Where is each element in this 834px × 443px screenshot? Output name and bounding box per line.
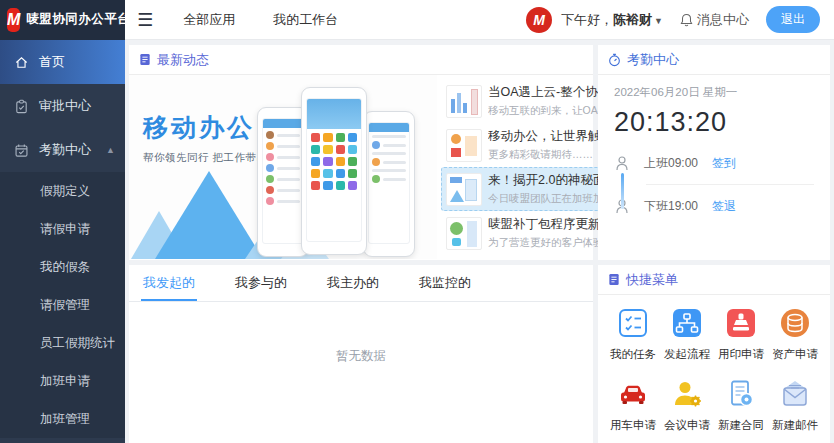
news-panel-title: 最新动态 (157, 51, 209, 69)
clock-out-link[interactable]: 签退 (712, 198, 736, 215)
topbar-right: M 下午好，陈裕财▼ 消息中心 退出 (526, 6, 834, 33)
envelope-icon (779, 378, 811, 410)
chevron-up-icon[interactable]: ▲ (106, 145, 115, 155)
quick-item-label: 用印申请 (718, 347, 764, 362)
timeline-connector (621, 173, 624, 209)
calendar-check-icon (14, 143, 29, 158)
quick-item-seal-application[interactable]: 用印申请 (714, 307, 768, 362)
attendance-clock: 20:13:20 (614, 107, 814, 138)
attendance-panel: 考勤中心 2022年06月20日 星期一 20:13:20 上班09:00 签到… (598, 45, 830, 260)
nav-my-workbench[interactable]: 我的工作台 (273, 11, 338, 29)
attendance-timeline: 上班09:00 签到 下班19:00 签退 (614, 151, 814, 218)
quick-item-label: 用车申请 (610, 418, 656, 433)
stamp-icon (725, 307, 757, 339)
quick-item-new-contract[interactable]: 新建合同 (714, 378, 768, 433)
quick-item-new-mail[interactable]: 新建邮件 (768, 378, 822, 433)
sidebar-subitem-overtime-request[interactable]: 加班申请 (0, 362, 125, 400)
message-center-label: 消息中心 (697, 11, 749, 29)
quick-item-my-tasks[interactable]: 我的任务 (606, 307, 660, 362)
nav-all-apps[interactable]: 全部应用 (183, 11, 235, 29)
chevron-down-icon[interactable]: ▼ (654, 16, 663, 26)
sidebar-item-label: 审批中心 (39, 97, 91, 115)
sidebar-item-attendance-center[interactable]: 考勤中心 ▲ (0, 128, 125, 172)
message-center-link[interactable]: 消息中心 (680, 11, 749, 29)
sidebar: 首页 审批中心 考勤中心 ▲ 假期定义 请假申请 我的假条 请假管理 员工假期统… (0, 40, 125, 443)
logout-button[interactable]: 退出 (766, 6, 820, 33)
quick-item-label: 资产申请 (772, 347, 818, 362)
sidebar-subitem-employee-holiday-stats[interactable]: 员工假期统计 (0, 324, 125, 362)
sidebar-subitem-leave-request[interactable]: 请假申请 (0, 210, 125, 248)
quick-item-asset-application[interactable]: 资产申请 (768, 307, 822, 362)
stopwatch-icon (608, 53, 621, 67)
mobile-office-banner: 移动办公 帮你领先同行 把工作带出办公室 (129, 75, 437, 259)
tab-initiated-by-me[interactable]: 我发起的 (141, 265, 197, 301)
topbar: M 唛盟协同办公平台 ☰ 全部应用 我的工作台 M 下午好，陈裕财▼ 消息中心 … (0, 0, 834, 40)
clock-out-row: 下班19:00 签退 (614, 194, 814, 218)
latest-news-panel: 最新动态 移动办公 帮你领先同行 把工作带出办公室 (129, 45, 593, 260)
phone-mockup-center (301, 87, 367, 255)
attendance-date: 2022年06月20日 星期一 (614, 85, 814, 100)
username: 陈裕财 (613, 12, 652, 27)
quick-menu-title: 快捷菜单 (626, 271, 678, 289)
app-window: M 唛盟协同办公平台 ☰ 全部应用 我的工作台 M 下午好，陈裕财▼ 消息中心 … (0, 0, 834, 443)
quick-item-label: 我的任务 (610, 347, 656, 362)
greeting-text: 下午好， (561, 12, 613, 27)
logo-area: M 唛盟协同办公平台 (0, 0, 125, 40)
quick-menu-grid: 我的任务 发起流程 用印申请 资产申请 用车申请 会议申请 (598, 295, 830, 433)
person-icon (614, 155, 630, 172)
banner-headline: 移动办公 (143, 111, 255, 144)
tab-hosted-by-me[interactable]: 我主办的 (325, 265, 381, 301)
sidebar-item-approval-center[interactable]: 审批中心 (0, 84, 125, 128)
person-gear-icon (671, 378, 703, 410)
sidebar-subitem-leave-management[interactable]: 请假管理 (0, 286, 125, 324)
quick-menu-panel: 快捷菜单 我的任务 发起流程 用印申请 资产申请 用车申请 (598, 265, 830, 443)
empty-state-text: 暂无数据 (129, 348, 593, 365)
phone-mockup-right (363, 111, 415, 257)
sidebar-item-label: 首页 (39, 53, 65, 71)
sidebar-subitem-overtime-management[interactable]: 加班管理 (0, 400, 125, 438)
news-thumbnail (446, 173, 482, 206)
clock-in-row: 上班09:00 签到 (614, 151, 814, 175)
tab-participated-by-me[interactable]: 我参与的 (233, 265, 289, 301)
quick-item-label: 发起流程 (664, 347, 710, 362)
clock-in-link[interactable]: 签到 (712, 155, 736, 172)
quick-item-meeting-application[interactable]: 会议申请 (660, 378, 714, 433)
top-nav: 全部应用 我的工作台 (183, 11, 338, 29)
clock-in-label: 上班09:00 (644, 155, 712, 172)
quick-item-start-process[interactable]: 发起流程 (660, 307, 714, 362)
tab-monitored-by-me[interactable]: 我监控的 (417, 265, 473, 301)
brand-logo-icon: M (7, 8, 20, 32)
task-tabs: 我发起的 我参与的 我主办的 我监控的 (129, 265, 593, 302)
divider (646, 184, 814, 185)
news-thumbnail (446, 85, 482, 118)
document-icon (139, 53, 151, 66)
news-body: 移动办公 帮你领先同行 把工作带出办公室 (129, 75, 593, 259)
attendance-submenu: 假期定义 请假申请 我的假条 请假管理 员工假期统计 加班申请 加班管理 (0, 172, 125, 438)
quick-item-label: 新建合同 (718, 418, 764, 433)
my-tasks-panel: 我发起的 我参与的 我主办的 我监控的 暂无数据 (129, 265, 593, 443)
document-icon (608, 273, 620, 286)
quick-item-label: 会议申请 (664, 418, 710, 433)
sidebar-item-home[interactable]: 首页 (0, 40, 125, 84)
user-avatar[interactable]: M (526, 7, 552, 33)
attendance-body: 2022年06月20日 星期一 20:13:20 上班09:00 签到 下班19… (598, 75, 830, 218)
sidebar-subitem-my-leave-notes[interactable]: 我的假条 (0, 248, 125, 286)
news-thumbnail (446, 129, 482, 162)
home-icon (14, 55, 29, 70)
attendance-panel-header: 考勤中心 (598, 45, 830, 75)
sidebar-item-label: 考勤中心 (39, 141, 91, 159)
quick-item-vehicle-application[interactable]: 用车申请 (606, 378, 660, 433)
quick-item-label: 新建邮件 (772, 418, 818, 433)
coins-icon (779, 307, 811, 339)
news-thumbnail (446, 217, 482, 250)
task-list-icon (617, 307, 649, 339)
news-panel-header: 最新动态 (129, 45, 593, 75)
clock-out-label: 下班19:00 (644, 198, 712, 215)
clipboard-check-icon (14, 99, 29, 114)
car-icon (617, 378, 649, 410)
attendance-panel-title: 考勤中心 (627, 51, 679, 69)
contract-document-icon (725, 378, 757, 410)
sidebar-subitem-holiday-definition[interactable]: 假期定义 (0, 172, 125, 210)
hamburger-menu-icon[interactable]: ☰ (137, 11, 153, 29)
user-greeting[interactable]: 下午好，陈裕财▼ (561, 11, 663, 29)
